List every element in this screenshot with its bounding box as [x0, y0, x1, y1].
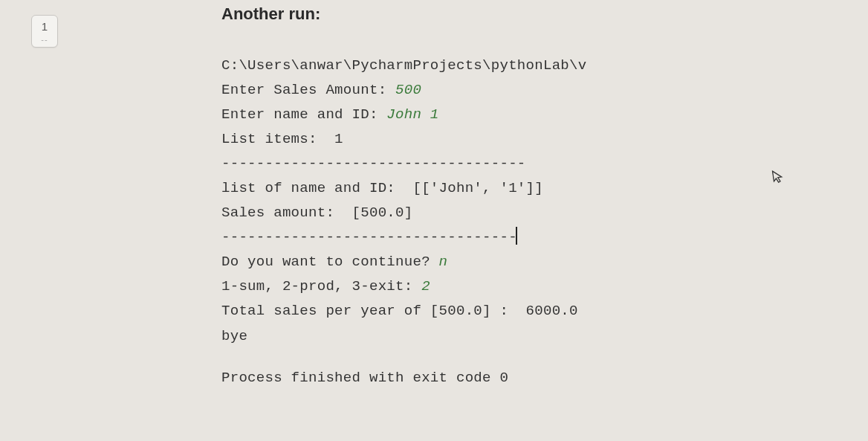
page-number: 1	[32, 20, 57, 33]
user-input: John 1	[386, 106, 438, 123]
console-line: C:\Users\anwar\PycharmProjects\pythonLab…	[221, 57, 586, 74]
content-area: Another run: C:\Users\anwar\PycharmProje…	[221, 4, 816, 386]
console-line: Enter name and ID:	[221, 106, 386, 123]
process-exit-line: Process finished with exit code 0	[221, 370, 816, 386]
console-line: Do you want to continue?	[221, 254, 439, 270]
page-number-sep: --	[32, 35, 57, 44]
console-line: Enter Sales Amount:	[221, 82, 395, 98]
console-line: Total sales per year of [500.0] : 6000.0	[221, 303, 578, 319]
section-heading: Another run:	[221, 4, 816, 24]
cursor-icon	[771, 169, 786, 189]
console-line: bye	[221, 328, 247, 344]
console-output: C:\Users\anwar\PycharmProjects\pythonLab…	[221, 54, 816, 349]
console-line: list of name and ID: [['John', '1']]	[221, 180, 543, 196]
user-input: n	[439, 254, 448, 270]
console-separator: -----------------------------------	[221, 155, 526, 172]
console-separator: ----------------------------------	[221, 229, 517, 245]
user-input: 500	[395, 82, 421, 98]
console-line: Sales amount: [500.0]	[221, 205, 412, 221]
user-input: 2	[421, 278, 430, 294]
page-number-box: 1 --	[31, 15, 58, 48]
console-line: 1-sum, 2-prod, 3-exit:	[221, 278, 421, 294]
console-line: List items: 1	[221, 131, 343, 147]
text-cursor	[516, 227, 517, 245]
